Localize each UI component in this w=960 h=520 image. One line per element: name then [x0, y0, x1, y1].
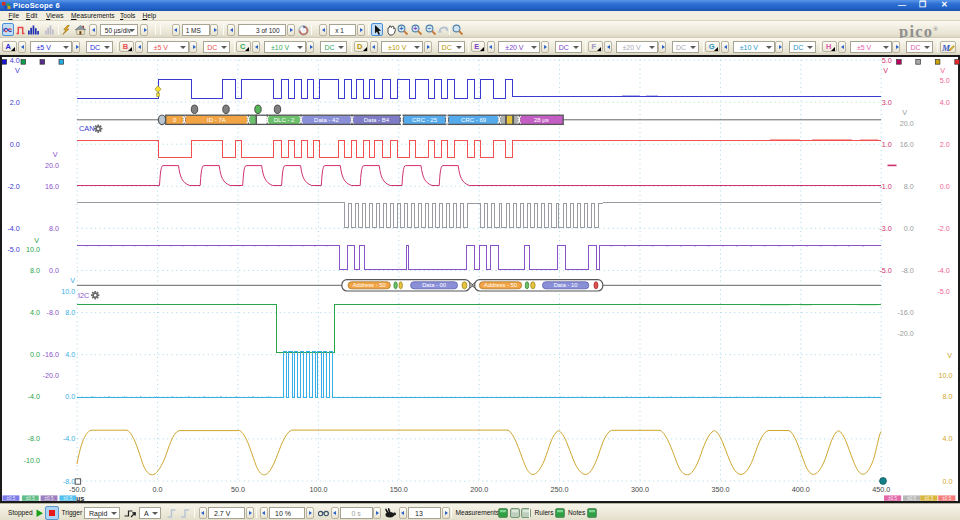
svg-text:4.0: 4.0 [65, 350, 75, 359]
svg-text:16.0: 16.0 [45, 182, 59, 191]
svg-text:CRC - 25: CRC - 25 [412, 117, 438, 123]
svg-text:450.0: 450.0 [872, 485, 890, 494]
svg-text:0.0: 0.0 [65, 392, 75, 401]
svg-text:Address - 50: Address - 50 [484, 282, 517, 288]
svg-text:5.0: 5.0 [882, 56, 892, 65]
svg-text:-2.0: -2.0 [937, 224, 949, 233]
svg-text:Data - B4: Data - B4 [364, 117, 390, 123]
svg-text:V: V [940, 66, 945, 75]
svg-text:±0.5: ±0.5 [907, 496, 916, 501]
svg-text:Data - 00: Data - 00 [422, 282, 446, 288]
svg-text:-8.0: -8.0 [901, 266, 913, 275]
svg-text:1.0: 1.0 [882, 140, 892, 149]
svg-text:V: V [53, 150, 58, 159]
svg-text:4.0: 4.0 [943, 434, 953, 443]
svg-text:−: − [427, 25, 431, 32]
svg-text:ID - 7A: ID - 7A [207, 117, 226, 123]
svg-text:CRC - 69: CRC - 69 [461, 117, 487, 123]
svg-text:+: + [400, 25, 404, 32]
svg-text:0.0: 0.0 [10, 140, 20, 149]
svg-text:Address - 50: Address - 50 [353, 282, 386, 288]
svg-text:0.0: 0.0 [30, 350, 40, 359]
svg-text:V: V [15, 66, 20, 75]
svg-text:20.0: 20.0 [900, 119, 914, 128]
svg-text:3.0: 3.0 [882, 98, 892, 107]
svg-text:100.0: 100.0 [309, 485, 327, 494]
svg-text:Data - 10: Data - 10 [554, 282, 578, 288]
svg-text:+: + [414, 25, 418, 32]
svg-text:±0.5: ±0.5 [45, 496, 54, 501]
svg-text:-3.0: -3.0 [879, 224, 891, 233]
svg-text:0.0: 0.0 [49, 266, 59, 275]
svg-text:-1.0: -1.0 [879, 182, 891, 191]
svg-text:5.0: 5.0 [940, 76, 950, 85]
svg-text:Data - 42: Data - 42 [314, 117, 339, 123]
svg-text:DLC - 2: DLC - 2 [274, 117, 295, 123]
svg-text:-16.0: -16.0 [897, 308, 913, 317]
svg-text:350.0: 350.0 [711, 485, 729, 494]
svg-text:10.0: 10.0 [61, 287, 75, 296]
svg-text:0.0: 0.0 [943, 477, 953, 486]
svg-text:4.0: 4.0 [10, 56, 20, 65]
svg-text:-5.0: -5.0 [7, 245, 19, 254]
svg-text:V: V [902, 108, 907, 117]
svg-text:V: V [70, 276, 75, 285]
svg-text:-4.0: -4.0 [28, 392, 40, 401]
svg-text:-8.0: -8.0 [28, 434, 40, 443]
svg-text:-16.0: -16.0 [43, 350, 59, 359]
svg-text:-50.0: -50.0 [69, 485, 85, 494]
svg-text:2.0: 2.0 [940, 140, 950, 149]
svg-text:28 µs: 28 µs [534, 117, 549, 123]
svg-text:±0.5: ±0.5 [26, 496, 35, 501]
svg-text:V: V [883, 66, 888, 75]
svg-text:±0.5: ±0.5 [942, 496, 951, 501]
svg-text:16.0: 16.0 [900, 140, 914, 149]
svg-text:V: V [947, 351, 952, 360]
svg-text:50.0: 50.0 [231, 485, 245, 494]
svg-text:-4.0: -4.0 [7, 224, 19, 233]
svg-text:±0.5: ±0.5 [6, 496, 15, 501]
svg-text:400.0: 400.0 [792, 485, 810, 494]
svg-text:-20.0: -20.0 [897, 329, 913, 338]
svg-text:4.0: 4.0 [30, 308, 40, 317]
svg-text:150.0: 150.0 [390, 485, 408, 494]
svg-text:0.0: 0.0 [940, 182, 950, 191]
svg-text:8.0: 8.0 [65, 308, 75, 317]
svg-text:8.0: 8.0 [943, 392, 953, 401]
svg-text:-2.0: -2.0 [7, 182, 19, 191]
svg-text:4.0: 4.0 [940, 98, 950, 107]
svg-text:-5.0: -5.0 [879, 266, 891, 275]
svg-text:CAN: CAN [79, 124, 94, 133]
svg-text:2.0: 2.0 [10, 98, 20, 107]
svg-text:-20.0: -20.0 [43, 371, 59, 380]
svg-text:±0.5: ±0.5 [924, 496, 933, 501]
svg-text:±0.5: ±0.5 [888, 496, 897, 501]
svg-text:±0.5: ±0.5 [63, 496, 72, 501]
svg-text:-4.0: -4.0 [937, 266, 949, 275]
svg-text:-10.0: -10.0 [24, 456, 40, 465]
svg-text:-5.0: -5.0 [937, 287, 949, 296]
svg-text:10.0: 10.0 [26, 245, 40, 254]
svg-text:200.0: 200.0 [470, 485, 488, 494]
svg-text:20.0: 20.0 [45, 161, 59, 170]
svg-text:10.0: 10.0 [939, 371, 953, 380]
svg-text:V: V [34, 236, 39, 245]
svg-text:8.0: 8.0 [30, 266, 40, 275]
svg-text:I2C: I2C [78, 291, 89, 300]
svg-text:8.0: 8.0 [49, 224, 59, 233]
svg-text:8.0: 8.0 [904, 182, 914, 191]
svg-text:µs: µs [76, 494, 85, 503]
svg-text:300.0: 300.0 [631, 485, 649, 494]
svg-text:-8.0: -8.0 [47, 308, 59, 317]
svg-text:0.0: 0.0 [153, 485, 163, 494]
svg-text:250.0: 250.0 [551, 485, 569, 494]
svg-text:0.0: 0.0 [904, 224, 914, 233]
svg-text:-4.0: -4.0 [63, 434, 75, 443]
